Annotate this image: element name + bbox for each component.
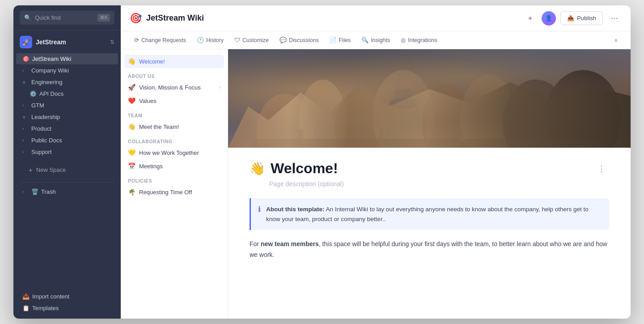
more-options-button[interactable]: ⋯	[607, 11, 622, 26]
integrations-label: Integrations	[408, 37, 437, 43]
sidebar-item-label: Company Wiki	[31, 67, 112, 74]
import-icon: 📥	[22, 293, 30, 300]
publish-label: Publish	[577, 15, 596, 21]
sidebar-item-api-docs[interactable]: ⚙️ API Docs	[16, 88, 118, 99]
svg-point-7	[422, 84, 470, 148]
sidebar-nav: 🎯 JetStream Wiki › Company Wiki ∨ Engine…	[13, 51, 121, 288]
wiki-item-vision[interactable]: 🚀 Vision, Mission & Focus ›	[121, 81, 228, 94]
svg-rect-2	[228, 49, 631, 148]
topbar-emoji: 🎯	[130, 13, 142, 24]
page-more-button[interactable]: ⋮	[594, 162, 609, 175]
sidebar-item-product[interactable]: › Product	[16, 123, 118, 134]
para-text-before: For	[250, 240, 261, 247]
customize-label: Customize	[242, 37, 269, 43]
wiki-section-about-us: ABOUT US	[121, 68, 228, 81]
new-space-button[interactable]: + New Space	[22, 163, 112, 177]
insights-icon: 🔍	[361, 37, 369, 43]
palm-tree-icon: 🌴	[128, 188, 136, 196]
wiki-item-meet-team[interactable]: 👋 Meet the Team!	[121, 120, 228, 133]
quick-find-kbd: ⌘K	[97, 14, 110, 21]
sidebar-item-label: Product	[31, 125, 112, 132]
sidebar-item-gtm[interactable]: › GTM	[16, 100, 118, 111]
sidebar-item-leadership[interactable]: ∨ Leadership	[16, 111, 118, 123]
publish-icon: 📤	[567, 15, 574, 21]
customize-tab[interactable]: 🛡 Customize	[230, 34, 273, 46]
chevron-right-icon: ›	[22, 149, 29, 154]
sidebar-item-label: JetStream Wiki	[32, 55, 112, 62]
wiki-item-label: Values	[139, 98, 220, 104]
topbar-wiki-name: JetStream Wiki	[146, 13, 204, 23]
toolbar: ⟳ Change Requests 🕐 History 🛡 Customize …	[121, 31, 631, 49]
gear-icon: ⚙️	[30, 90, 37, 97]
wiki-item-time-off[interactable]: 🌴 Requesting Time Off	[121, 185, 228, 199]
calendar-icon: 📅	[128, 162, 136, 170]
plus-icon: +	[528, 14, 532, 22]
wiki-item-label: Requesting Time Off	[139, 189, 220, 196]
svg-rect-11	[252, 139, 607, 148]
svg-rect-1	[228, 49, 631, 148]
sidebar-item-jetstream-wiki[interactable]: 🎯 JetStream Wiki	[16, 53, 118, 64]
sidebar-item-templates[interactable]: 📋 Templates	[16, 303, 118, 314]
discussions-icon: 💬	[280, 37, 287, 43]
sidebar-item-trash[interactable]: › 🗑️ Trash	[16, 186, 118, 197]
change-requests-icon: ⟳	[134, 37, 139, 43]
publish-button[interactable]: 📤 Publish	[560, 11, 603, 25]
wave-icon: 👋	[128, 123, 136, 130]
svg-point-15	[389, 98, 418, 109]
insights-tab[interactable]: 🔍 Insights	[357, 34, 394, 46]
sidebar-item-engineering[interactable]: ∨ Engineering	[16, 77, 118, 88]
wiki-item-label: Vision, Mission & Focus	[139, 84, 216, 91]
chevron-right-icon: ›	[22, 103, 29, 108]
svg-rect-13	[380, 127, 383, 141]
page-paragraph: For new team members, this space will be…	[250, 239, 609, 260]
wiki-section-collaborating: COLLABORATING	[121, 133, 228, 146]
svg-point-5	[335, 91, 386, 148]
toolbar-collapse-button[interactable]: ∧	[610, 35, 622, 45]
svg-point-6	[373, 70, 434, 148]
para-bold: new team members	[261, 240, 319, 247]
info-block: ℹ About this template: An Internal Wiki …	[250, 198, 609, 230]
wiki-item-label: Welcome!	[139, 58, 220, 65]
wiki-item-meetings[interactable]: 📅 Meetings	[121, 159, 228, 173]
wiki-item-values[interactable]: ❤️ Values	[121, 94, 228, 107]
integrations-tab[interactable]: ◎ Integrations	[396, 34, 441, 46]
chevron-down-icon: ∨	[22, 80, 29, 85]
sidebar-item-label: Support	[31, 149, 112, 155]
add-button[interactable]: +	[523, 11, 537, 26]
wiki-item-welcome[interactable]: 👋 Welcome!	[124, 55, 224, 68]
svg-rect-0	[228, 49, 631, 148]
sidebar-item-company-wiki[interactable]: › Company Wiki	[16, 65, 118, 76]
workspace-chevron-icon[interactable]: ⇅	[110, 39, 114, 45]
workspace-icon: 🚀	[20, 36, 32, 48]
topbar: 🎯 JetStream Wiki + 👤 📤 Publish ⋯	[121, 5, 631, 31]
files-tab[interactable]: 📄 Files	[325, 34, 355, 46]
change-requests-tab[interactable]: ⟳ Change Requests	[130, 34, 191, 46]
svg-point-10	[545, 70, 621, 148]
sidebar-footer: 📥 Import content 📋 Templates	[13, 288, 121, 319]
page-description[interactable]: Page description (optional)	[250, 180, 609, 188]
files-label: Files	[339, 37, 351, 43]
wiki-item-how-we-work[interactable]: 💛 How we Work Together	[121, 146, 228, 159]
discussions-tab[interactable]: 💬 Discussions	[275, 34, 323, 46]
ellipsis-icon: ⋯	[611, 14, 618, 22]
svg-point-9	[503, 80, 569, 148]
page-title-row: 👋 Welcome! ⋮	[250, 160, 609, 177]
sidebar-item-label: Trash	[41, 188, 112, 195]
main-content: 🎯 JetStream Wiki + 👤 📤 Publish ⋯	[121, 5, 631, 319]
avatar[interactable]: 👤	[542, 11, 556, 26]
collapse-icon: ∧	[614, 37, 618, 43]
svg-rect-17	[228, 49, 631, 148]
history-tab[interactable]: 🕐 History	[192, 34, 228, 46]
info-bold-text: About this template:	[266, 206, 325, 213]
wiki-sidebar: 👋 Welcome! ABOUT US 🚀 Vision, Mission & …	[121, 49, 228, 319]
chevron-right-icon: ›	[22, 138, 29, 143]
sidebar-item-support[interactable]: › Support	[16, 146, 118, 158]
svg-point-3	[257, 94, 314, 148]
sidebar-item-import[interactable]: 📥 Import content	[16, 291, 118, 302]
svg-point-4	[299, 80, 347, 148]
quick-find-button[interactable]: 🔍 Quick find ⌘K	[20, 11, 114, 25]
history-label: History	[206, 37, 224, 43]
chevron-right-icon: ›	[22, 189, 29, 194]
sidebar-item-public-docs[interactable]: › Public Docs	[16, 135, 118, 146]
chevron-right-icon: ›	[22, 126, 29, 131]
